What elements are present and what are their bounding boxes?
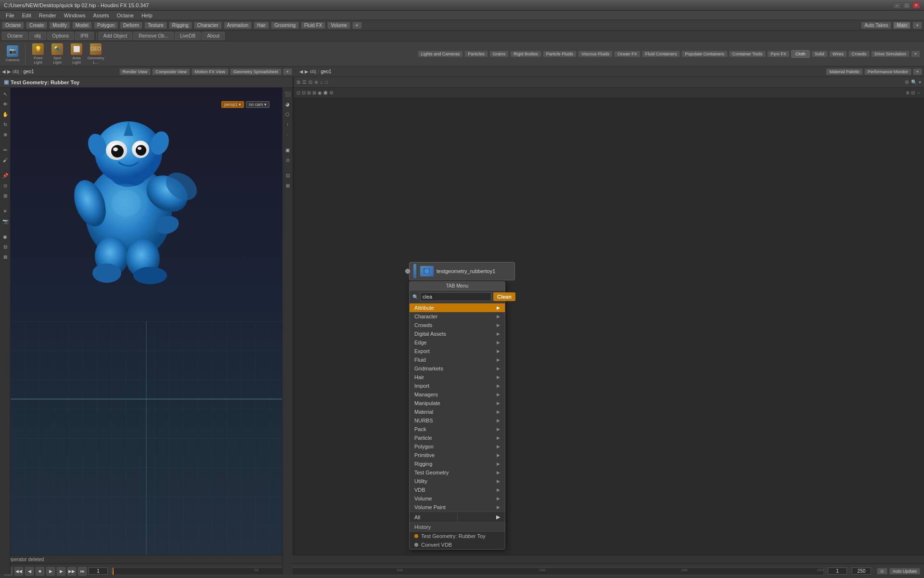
tool-tumble[interactable]: ↻ [1, 120, 10, 129]
frame-end-input[interactable] [828, 567, 847, 575]
btn-perf-monitor[interactable]: Performance Monitor [864, 68, 911, 75]
viewport-persp-btn[interactable]: persp1 ▾ [221, 101, 244, 108]
tb-hair[interactable]: Hair [254, 22, 269, 29]
tb-add-shelf[interactable]: + [352, 22, 362, 29]
tab-search-input[interactable] [420, 292, 491, 301]
ng-tb-zoom[interactable]: ↔ [916, 90, 921, 95]
ng-icon-home[interactable]: ⌂ [320, 79, 323, 85]
tb-solid[interactable]: Solid [811, 51, 828, 57]
breadcrumb-obj[interactable]: obj [13, 69, 19, 74]
nav-arrow-left2[interactable]: ◀ [299, 69, 303, 74]
btn-add-pane[interactable]: + [283, 68, 292, 75]
menu-item-character[interactable]: Character ▶ [410, 312, 505, 321]
tb-particles[interactable]: Particles [464, 51, 488, 57]
tool-draw[interactable]: ✏ [1, 145, 10, 154]
tool-pivot[interactable]: ⊙ [1, 181, 10, 190]
ng-icon-zoom[interactable]: ⊕ [314, 79, 318, 85]
viewport-canvas[interactable]: persp1 ▾ no cam ▾ [11, 88, 282, 574]
menu-item-volume-paint[interactable]: Volume Paint ▶ [410, 503, 505, 512]
tb-lights-cameras[interactable]: Lights and Cameras [418, 51, 463, 57]
menu-assets[interactable]: Assets [89, 12, 113, 19]
btn-add-pane2[interactable]: + [913, 68, 922, 75]
ng-tb-icon2[interactable]: ⊟ [302, 90, 306, 95]
tool-paint[interactable]: 🖌 [1, 156, 10, 164]
tb-grooming[interactable]: Grooming [271, 22, 299, 29]
tb-model[interactable]: Model [72, 22, 92, 29]
tb-particle-fluids[interactable]: Particle Fluids [543, 51, 577, 57]
timeline-track[interactable]: 1 50 100 150 200 250 [112, 567, 824, 575]
menu-item-manipulate[interactable]: Manipulate ▶ [410, 399, 505, 407]
tb-main[interactable]: Main [893, 22, 911, 29]
menu-item-gridmarkets[interactable]: Gridmarkets ▶ [410, 364, 505, 373]
tb-fluid-containers[interactable]: Fluid Containers [642, 51, 680, 57]
tl-prev-frame[interactable]: ◀ [25, 567, 34, 576]
tool-lights[interactable]: ☀ [1, 207, 10, 215]
tab-options[interactable]: Options [47, 32, 74, 40]
ng-icon-box[interactable]: □ [325, 79, 328, 85]
menu-item-digital-assets[interactable]: Digital Assets ▶ [410, 329, 505, 338]
shelf-icon-point-light[interactable]: 💡 Point Light [29, 43, 47, 65]
maximize-button[interactable]: □ [903, 2, 911, 9]
tb-rigging[interactable]: Rigging [169, 22, 192, 29]
tool-wire[interactable]: ⬡ [283, 110, 292, 118]
ng-tb-icon9[interactable]: ⊟ [911, 90, 915, 95]
tool-display-mode[interactable]: ⬛ [283, 90, 292, 98]
btn-auto-update[interactable]: Auto Update [889, 568, 920, 575]
ng-tb-icon6[interactable]: ⬟ [323, 90, 328, 95]
frame-total-input[interactable] [852, 567, 871, 575]
tool-snap[interactable]: 📌 [1, 171, 10, 180]
menu-help[interactable]: Help [138, 12, 156, 19]
tb-drive-sim[interactable]: Drive Simulation [871, 51, 910, 57]
tb-container-tools[interactable]: Container Tools [729, 51, 766, 57]
menu-item-rigging[interactable]: Rigging ▶ [410, 460, 505, 468]
tb-viscous-fluids[interactable]: Viscous Fluids [578, 51, 613, 57]
tb-texture[interactable]: Texture [144, 22, 167, 29]
menu-item-pack[interactable]: Pack ▶ [410, 425, 505, 434]
tool-points[interactable]: · [283, 130, 292, 139]
tool-env[interactable]: ⊙ [283, 156, 292, 164]
tool-frame-all[interactable]: ⊞ [283, 181, 292, 190]
shelf-icon-area-light[interactable]: ⬜ Area Light [68, 43, 85, 65]
ng-icon-list[interactable]: ☰ [302, 79, 307, 85]
ng-icon-more[interactable]: ▾ [919, 79, 921, 85]
tl-skip-end[interactable]: ⏭ [78, 567, 87, 576]
breadcrumb-geo1[interactable]: geo1 [23, 69, 34, 74]
ng-icon-grid[interactable]: ⊟ [308, 79, 312, 85]
menu-item-attribute[interactable]: Attribute ▶ [410, 303, 505, 312]
menu-all-button[interactable]: All [410, 512, 457, 522]
viewport-cam-btn[interactable]: no cam ▾ [246, 101, 270, 108]
history-item-convert-vdb[interactable]: Convert VDB [410, 540, 505, 549]
tool-zoom[interactable]: ⊕ [1, 130, 10, 139]
close-button[interactable]: ✕ [912, 2, 920, 9]
node-box[interactable]: testgeometry_rubbertoy1 [409, 262, 515, 280]
nav-arrow-right2[interactable]: ▶ [305, 69, 308, 74]
tl-prev-key[interactable]: ◀◀ [14, 567, 23, 576]
menu-item-crowds[interactable]: Crowds ▶ [410, 321, 505, 329]
tab-obj[interactable]: obj [29, 32, 46, 40]
btn-geo-spreadsheet-tab[interactable]: Geometry Spreadsheet [230, 68, 282, 75]
tool-handle[interactable]: ⊞ [1, 191, 10, 200]
ng-tb-icon3[interactable]: ⊞ [307, 90, 311, 95]
ng-tb-icon1[interactable]: ⊡ [296, 90, 300, 95]
tab-remove-ob[interactable]: Remove Ob... [133, 32, 174, 40]
menu-item-polygon[interactable]: Polygon ▶ [410, 442, 505, 451]
history-item-test-geo[interactable]: Test Geometry: Rubber Toy [410, 532, 505, 540]
btn-render-view-tab[interactable]: Render View [119, 68, 151, 75]
menu-item-nurbs[interactable]: NURBS ▶ [410, 416, 505, 425]
tb-animation[interactable]: Animation [224, 22, 252, 29]
tool-select[interactable]: ↖ [1, 90, 10, 98]
ng-icon-filter[interactable]: ⊞ [296, 79, 300, 85]
tab-livedb[interactable]: LiveDB [175, 32, 201, 40]
menu-windows[interactable]: Windows [60, 12, 90, 19]
tb-crowds[interactable]: Crowds [848, 51, 870, 57]
breadcrumb-obj2[interactable]: obj [310, 69, 316, 74]
tool-pan[interactable]: ✋ [1, 110, 10, 118]
tool-misc3[interactable]: ⊠ [1, 252, 10, 261]
tl-next-key[interactable]: ▶▶ [67, 567, 76, 576]
menu-item-fluid[interactable]: Fluid ▶ [410, 355, 505, 364]
menu-item-volume[interactable]: Volume ▶ [410, 494, 505, 503]
menu-item-utility[interactable]: Utility ▶ [410, 477, 505, 486]
menu-item-import[interactable]: Import ▶ [410, 381, 505, 390]
menu-item-test-geometry[interactable]: Test Geometry ▶ [410, 468, 505, 477]
nav-arrow-right[interactable]: ▶ [7, 69, 11, 74]
